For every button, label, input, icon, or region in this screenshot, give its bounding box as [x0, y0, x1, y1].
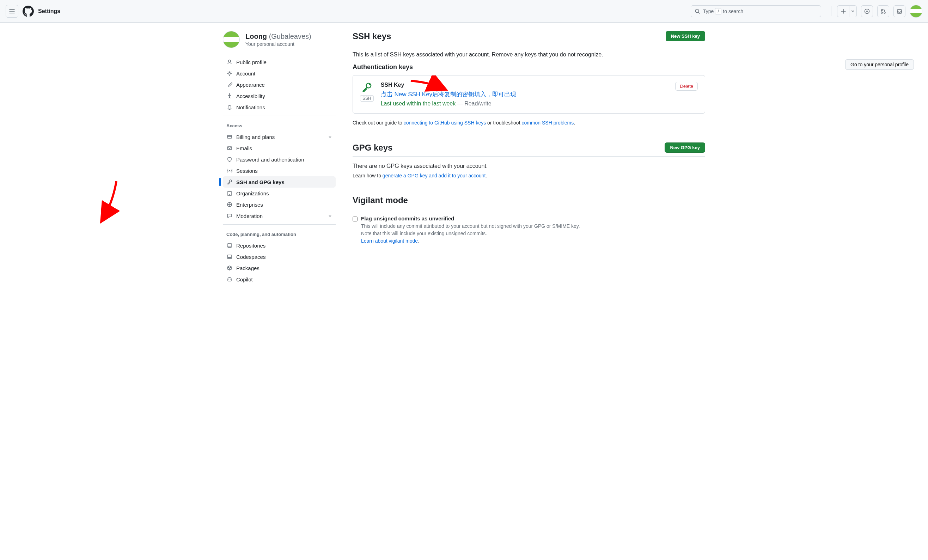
- codespaces-icon: [226, 253, 233, 260]
- ssh-key-last-used: Last used within the last week: [381, 101, 456, 107]
- ssh-problems-link[interactable]: common SSH problems: [522, 120, 574, 125]
- sidebar-item-repositories[interactable]: Repositories: [223, 240, 336, 251]
- go-to-profile-button[interactable]: Go to your personal profile: [845, 59, 914, 70]
- auth-keys-title: Authentication keys: [353, 64, 705, 71]
- menu-button[interactable]: [6, 5, 18, 18]
- svg-rect-16: [227, 258, 232, 258]
- mail-icon: [226, 145, 233, 151]
- sidebar-item-emails[interactable]: Emails: [223, 142, 336, 154]
- inbox-button[interactable]: [893, 5, 905, 17]
- ssh-section-title: SSH keys: [353, 31, 391, 41]
- sidebar-item-notifications[interactable]: Notifications: [223, 102, 336, 113]
- ssh-guide-text: Check out our guide to connecting to Git…: [353, 120, 705, 125]
- ssh-key-card: SSH SSH Key 点击 New SSH Key后将复制的密钥填入，即可出现…: [353, 75, 705, 114]
- vigilant-checkbox[interactable]: [353, 217, 357, 221]
- gpg-learn-link[interactable]: generate a GPG key and add it to your ac…: [383, 173, 486, 179]
- svg-point-20: [369, 84, 370, 85]
- inbox-icon: [897, 8, 902, 14]
- bell-icon: [226, 104, 233, 110]
- hamburger-icon: [9, 8, 15, 14]
- person-icon: [226, 59, 233, 65]
- broadcast-icon: [226, 168, 233, 174]
- paintbrush-icon: [226, 81, 233, 88]
- ssh-guide-link[interactable]: connecting to GitHub using SSH keys: [404, 120, 486, 125]
- sidebar-item-accessibility[interactable]: Accessibility: [223, 90, 336, 102]
- profile-name: Loong: [246, 32, 267, 40]
- profile-handle: (Gubaleaves): [269, 32, 311, 40]
- annotation-arrow-sidebar: [95, 178, 124, 227]
- sidebar-item-sessions[interactable]: Sessions: [223, 165, 336, 176]
- sidebar-item-account[interactable]: Account: [223, 68, 336, 79]
- pull-requests-button[interactable]: [877, 5, 889, 17]
- gpg-empty-text: There are no GPG keys associated with yo…: [353, 163, 705, 169]
- sidebar-section-code: Code, planning, and automation: [223, 229, 336, 240]
- new-ssh-key-button[interactable]: New SSH key: [665, 31, 705, 41]
- sidebar-item-codespaces[interactable]: Codespaces: [223, 251, 336, 262]
- main-content: SSH keys New SSH key This is a list of S…: [344, 31, 705, 285]
- user-avatar[interactable]: [910, 5, 922, 18]
- sidebar-section-access: Access: [223, 120, 336, 131]
- sidebar-item-moderation[interactable]: Moderation: [223, 210, 336, 221]
- issues-button[interactable]: [861, 5, 873, 17]
- svg-point-18: [230, 279, 230, 280]
- organization-icon: [226, 190, 233, 197]
- gpg-section-title: GPG keys: [353, 143, 392, 153]
- credit-card-icon: [226, 134, 233, 140]
- sidebar-item-enterprises[interactable]: Enterprises: [223, 199, 336, 210]
- sidebar: Loong (Gubaleaves) Your personal account…: [223, 31, 336, 285]
- topbar-title: Settings: [38, 8, 60, 14]
- delete-ssh-key-button[interactable]: Delete: [675, 82, 698, 91]
- vigilant-learn-link[interactable]: Learn about vigilant mode: [361, 238, 418, 244]
- gear-icon: [226, 70, 233, 76]
- sidebar-item-password[interactable]: Password and authentication: [223, 154, 336, 165]
- search-icon: [694, 8, 700, 14]
- search-input[interactable]: Type / to search: [691, 5, 821, 17]
- comment-icon: [226, 213, 233, 219]
- vigilant-desc-1: This will include any commit attributed …: [361, 223, 580, 229]
- svg-point-7: [229, 73, 230, 75]
- slash-key-hint: /: [715, 8, 721, 14]
- sidebar-item-appearance[interactable]: Appearance: [223, 79, 336, 90]
- github-logo-icon[interactable]: [23, 6, 34, 17]
- key-icon: [226, 179, 233, 185]
- sidebar-item-packages[interactable]: Packages: [223, 262, 336, 274]
- ssh-key-note: 点击 New SSH Key后将复制的密钥填入，即可出现: [381, 90, 669, 98]
- profile-header: Loong (Gubaleaves) Your personal account: [223, 31, 336, 48]
- globe-icon: [226, 201, 233, 208]
- accessibility-icon: [226, 93, 233, 99]
- sidebar-item-public-profile[interactable]: Public profile: [223, 56, 336, 68]
- vigilant-label: Flag unsigned commits as unverified: [361, 215, 580, 221]
- sidebar-item-billing[interactable]: Billing and plans: [223, 131, 336, 142]
- sidebar-item-organizations[interactable]: Organizations: [223, 188, 336, 199]
- ssh-key-access: — Read/write: [456, 101, 491, 107]
- svg-point-8: [229, 94, 230, 95]
- profile-avatar[interactable]: [223, 31, 240, 48]
- svg-point-11: [229, 170, 230, 171]
- shield-lock-icon: [226, 156, 233, 163]
- create-new-button[interactable]: [837, 5, 857, 17]
- copilot-icon: [226, 276, 233, 282]
- chevron-down-icon: [328, 214, 332, 218]
- new-gpg-key-button[interactable]: New GPG key: [665, 142, 705, 153]
- topbar: Settings Type / to search: [0, 0, 928, 23]
- issue-icon: [864, 8, 870, 14]
- svg-point-5: [884, 12, 885, 14]
- ssh-section-desc: This is a list of SSH keys associated wi…: [353, 52, 705, 58]
- sidebar-item-ssh-gpg[interactable]: SSH and GPG keys: [223, 176, 336, 188]
- svg-point-4: [881, 12, 882, 14]
- ssh-tag: SSH: [360, 95, 374, 102]
- svg-point-17: [229, 279, 229, 280]
- svg-rect-15: [227, 255, 232, 258]
- sidebar-item-copilot[interactable]: Copilot: [223, 274, 336, 285]
- key-icon: [361, 82, 372, 93]
- svg-point-2: [866, 11, 868, 12]
- svg-point-6: [229, 60, 230, 62]
- svg-rect-9: [227, 136, 232, 138]
- vigilant-section-title: Vigilant mode: [353, 195, 408, 205]
- gpg-learn-text: Learn how to generate a GPG key and add …: [353, 173, 705, 179]
- vigilant-desc-2: Note that this will include your existin…: [361, 230, 487, 236]
- plus-icon: [841, 8, 846, 14]
- svg-rect-10: [227, 147, 232, 150]
- caret-down-icon: [852, 10, 854, 13]
- chevron-down-icon: [328, 135, 332, 139]
